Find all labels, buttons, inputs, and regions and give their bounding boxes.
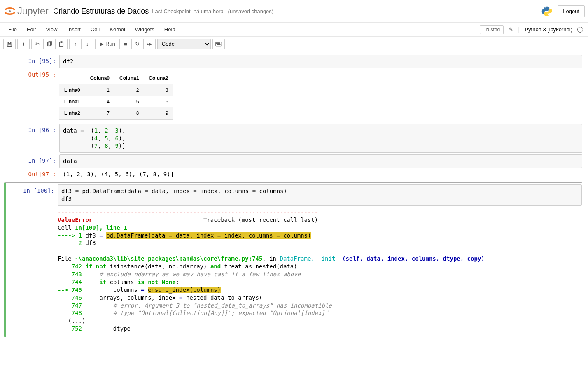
add-cell-button[interactable]: ＋ (17, 39, 30, 49)
copy-button[interactable] (43, 39, 56, 49)
menu-view[interactable]: View (41, 24, 62, 35)
kernel-name[interactable]: Python 3 (ipykernel) (521, 26, 576, 33)
menu-file[interactable]: File (3, 24, 22, 35)
restart-button[interactable]: ↻ (131, 39, 144, 49)
svg-rect-9 (61, 41, 62, 42)
svg-rect-14 (217, 44, 220, 45)
svg-rect-11 (216, 42, 217, 43)
logout-button[interactable]: Logout (558, 5, 585, 17)
interrupt-button[interactable]: ■ (119, 39, 132, 49)
svg-point-2 (548, 14, 549, 15)
save-button[interactable] (3, 39, 16, 49)
notebook-title[interactable]: Criando Estruturas de Dados (53, 7, 149, 16)
in-prompt: In [95]: (6, 55, 59, 68)
jupyter-icon (4, 5, 16, 17)
menu-kernel[interactable]: Kernel (105, 24, 130, 35)
cell-output: [(1, 2, 3), (4, 5, 6), (7, 8, 9)] (59, 168, 582, 181)
menu-widgets[interactable]: Widgets (130, 24, 159, 35)
svg-point-1 (545, 7, 546, 8)
move-down-button[interactable]: ↓ (81, 39, 93, 49)
code-cell-active[interactable]: In [100]: df3 = pd.DataFrame(data = data… (4, 182, 582, 337)
code-cell[interactable]: In [96]: data = [(1, 2, 3), (4, 5, 6), (… (6, 124, 582, 153)
notebook-header: Jupyter Criando Estruturas de Dados Last… (0, 0, 588, 23)
code-input[interactable]: df2 (59, 55, 582, 68)
code-cell[interactable]: In [95]: df2 Out[95]: Coluna0Coluna1Colu… (6, 55, 582, 122)
menu-cell[interactable]: Cell (86, 24, 105, 35)
toolbar: ＋ ✂ ↑ ↓ ▶ Run ■ ↻ ▸▸ Code (0, 37, 588, 51)
menubar: File Edit View Insert Cell Kernel Widget… (0, 23, 588, 37)
svg-rect-13 (219, 42, 220, 43)
python-icon (541, 5, 553, 17)
traceback-output: ----------------------------------------… (58, 206, 582, 335)
svg-point-0 (9, 10, 11, 12)
trusted-badge[interactable]: Trusted (480, 25, 504, 34)
out-prompt-empty (7, 206, 58, 335)
code-input[interactable]: df3 = pd.DataFrame(data = data, index = … (58, 184, 582, 206)
checkpoint-text: Last Checkpoint: há uma hora (unsaved ch… (152, 8, 273, 14)
svg-rect-5 (8, 44, 11, 46)
kernel-status-icon (577, 27, 583, 33)
menu-edit[interactable]: Edit (22, 24, 41, 35)
cell-type-select[interactable]: Code (157, 39, 211, 49)
code-input[interactable]: data = [(1, 2, 3), (4, 5, 6), (7, 8, 9)] (59, 124, 582, 153)
cell-output: Coluna0Coluna1Coluna2Linha0123Linha1456L… (59, 68, 582, 122)
svg-rect-4 (8, 42, 10, 43)
code-cell[interactable]: In [97]: data Out[97]: [(1, 2, 3), (4, 5… (6, 154, 582, 181)
in-prompt: In [97]: (6, 154, 59, 168)
code-input[interactable]: data (59, 154, 582, 168)
in-prompt: In [100]: (7, 184, 58, 206)
command-palette-button[interactable] (212, 39, 225, 49)
out-prompt: Out[97]: (6, 168, 59, 181)
in-prompt: In [96]: (6, 124, 59, 153)
jupyter-logo[interactable]: Jupyter (4, 5, 48, 17)
restart-run-all-button[interactable]: ▸▸ (143, 39, 156, 49)
notebook-container: In [95]: df2 Out[95]: Coluna0Coluna1Colu… (0, 51, 588, 337)
menu-help[interactable]: Help (159, 24, 180, 35)
out-prompt: Out[95]: (6, 68, 59, 122)
jupyter-logo-text: Jupyter (17, 5, 48, 17)
paste-button[interactable] (55, 39, 68, 49)
run-button[interactable]: ▶ Run (95, 39, 120, 49)
move-up-button[interactable]: ↑ (69, 39, 82, 49)
cut-button[interactable]: ✂ (31, 39, 44, 49)
pencil-icon[interactable]: ✎ (505, 26, 516, 33)
menu-insert[interactable]: Insert (62, 24, 86, 35)
menu-divider: | (518, 26, 520, 33)
svg-rect-12 (217, 42, 218, 43)
